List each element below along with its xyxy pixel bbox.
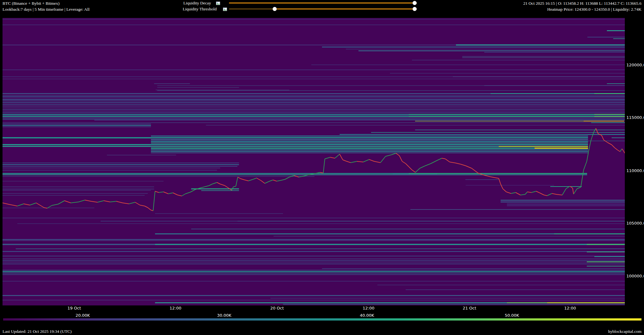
colorbar-label: 40.00K [360, 313, 374, 318]
x-axis-label: 12:00 [564, 306, 576, 310]
liquidity-threshold-slider-handle[interactable] [413, 7, 417, 11]
liquidity-decay-label: Liquidity Decay [142, 1, 211, 6]
x-axis-label: 21 Oct [463, 306, 476, 310]
watermark-site-link[interactable]: hyblockcapital.com [608, 329, 641, 334]
broken-image-icon [223, 7, 227, 11]
y-axis-label: 105000.0 [626, 221, 644, 226]
liquidity-threshold-track[interactable] [229, 8, 275, 9]
x-axis-label: 12:00 [169, 306, 181, 310]
colorbar-label: 50.00K [505, 313, 519, 318]
colorbar-label: 20.00K [75, 313, 90, 318]
app-window: BTC (Binance + Bybit + Bitmex) Lookback:… [0, 0, 644, 335]
liquidity-decay-track-fill[interactable] [229, 3, 417, 3]
liquidity-threshold-track-fill[interactable] [275, 8, 417, 9]
y-axis-label: 100000.0 [626, 274, 644, 278]
x-axis-label: 12:00 [363, 306, 374, 310]
y-axis-label: 115000.0 [626, 115, 644, 120]
x-axis-label: 19 Oct [67, 306, 81, 310]
y-axis-label: 110000.0 [626, 168, 644, 173]
broken-image-icon [216, 1, 220, 5]
symbol-title: BTC (Binance + Bybit + Bitmex) [3, 1, 59, 6]
liquidity-threshold-slider-handle[interactable] [273, 7, 277, 11]
price-line [3, 18, 625, 305]
y-axis-label: 120000.0 [626, 63, 644, 67]
heatmap-hover-readout: Heatmap Price: 124300.0 - 124350.0 | Liq… [547, 7, 641, 12]
ohlc-readout: 21 Oct 2025 16:15 | O: 113458.2 H: 11368… [523, 1, 641, 6]
liquidity-threshold-label: Liquidity Threshold [147, 7, 217, 12]
x-axis-label: 20 Oct [270, 306, 284, 310]
last-updated-text: Last Updated: 21 Oct 2025 19:34 (UTC) [3, 329, 72, 334]
liquidity-colorbar [3, 318, 641, 321]
heatmap-chart-area[interactable] [3, 18, 625, 305]
liquidity-decay-slider-handle[interactable] [413, 1, 417, 5]
lookback-settings: Lookback:7 days | 5 Min timeframe | Leve… [3, 7, 90, 12]
colorbar-label: 30.00K [217, 313, 231, 318]
